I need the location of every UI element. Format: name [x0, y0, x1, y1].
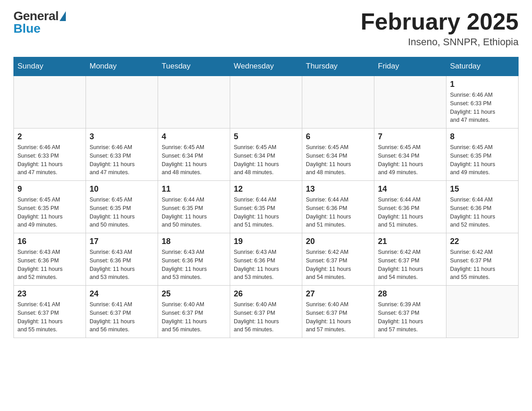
- day-number: 1: [450, 80, 515, 89]
- calendar-day-cell: 3Sunrise: 6:46 AMSunset: 6:33 PMDaylight…: [86, 128, 158, 181]
- title-area: February 2025 Inseno, SNNPR, Ethiopia: [360, 9, 519, 48]
- day-number: 13: [306, 184, 370, 194]
- weekday-header-thursday: Thursday: [302, 57, 374, 76]
- day-number: 15: [450, 184, 515, 194]
- calendar-day-cell: 27Sunrise: 6:40 AMSunset: 6:37 PMDayligh…: [302, 286, 374, 338]
- day-number: 28: [378, 289, 442, 299]
- day-info: Sunrise: 6:45 AMSunset: 6:34 PMDaylight:…: [162, 143, 226, 177]
- calendar-week-1: 1Sunrise: 6:46 AMSunset: 6:33 PMDaylight…: [14, 76, 519, 128]
- calendar-day-cell: 18Sunrise: 6:43 AMSunset: 6:36 PMDayligh…: [158, 233, 230, 286]
- day-number: 6: [306, 132, 370, 141]
- calendar-week-2: 2Sunrise: 6:46 AMSunset: 6:33 PMDaylight…: [14, 128, 519, 181]
- day-info: Sunrise: 6:44 AMSunset: 6:35 PMDaylight:…: [234, 196, 298, 229]
- day-number: 8: [450, 132, 515, 141]
- calendar-day-cell: [446, 286, 519, 338]
- weekday-header-wednesday: Wednesday: [230, 57, 302, 76]
- day-number: 23: [17, 289, 82, 299]
- day-info: Sunrise: 6:44 AMSunset: 6:36 PMDaylight:…: [450, 196, 515, 229]
- day-info: Sunrise: 6:41 AMSunset: 6:37 PMDaylight:…: [17, 300, 82, 334]
- day-info: Sunrise: 6:45 AMSunset: 6:34 PMDaylight:…: [306, 143, 370, 177]
- logo-triangle-icon: [60, 11, 66, 21]
- day-number: 27: [306, 289, 370, 299]
- calendar-day-cell: 28Sunrise: 6:39 AMSunset: 6:37 PMDayligh…: [374, 286, 446, 338]
- day-info: Sunrise: 6:45 AMSunset: 6:34 PMDaylight:…: [234, 143, 298, 177]
- calendar-day-cell: 11Sunrise: 6:44 AMSunset: 6:35 PMDayligh…: [158, 181, 230, 233]
- day-number: 17: [90, 237, 154, 246]
- day-info: Sunrise: 6:43 AMSunset: 6:36 PMDaylight:…: [90, 248, 154, 282]
- day-info: Sunrise: 6:43 AMSunset: 6:36 PMDaylight:…: [17, 248, 82, 282]
- calendar-day-cell: 20Sunrise: 6:42 AMSunset: 6:37 PMDayligh…: [302, 233, 374, 286]
- page-header: General Blue February 2025 Inseno, SNNPR…: [13, 9, 519, 48]
- weekday-header-sunday: Sunday: [14, 57, 86, 76]
- logo-blue-text: Blue: [13, 21, 41, 36]
- calendar-day-cell: 7Sunrise: 6:45 AMSunset: 6:34 PMDaylight…: [374, 128, 446, 181]
- day-info: Sunrise: 6:40 AMSunset: 6:37 PMDaylight:…: [234, 300, 298, 334]
- calendar-day-cell: 14Sunrise: 6:44 AMSunset: 6:36 PMDayligh…: [374, 181, 446, 233]
- day-number: 4: [162, 132, 226, 141]
- day-number: 25: [162, 289, 226, 299]
- day-number: 3: [90, 132, 154, 141]
- calendar-day-cell: 19Sunrise: 6:43 AMSunset: 6:36 PMDayligh…: [230, 233, 302, 286]
- day-info: Sunrise: 6:46 AMSunset: 6:33 PMDaylight:…: [450, 91, 515, 124]
- calendar-day-cell: [158, 76, 230, 128]
- day-number: 5: [234, 132, 298, 141]
- calendar-day-cell: 10Sunrise: 6:45 AMSunset: 6:35 PMDayligh…: [86, 181, 158, 233]
- day-info: Sunrise: 6:45 AMSunset: 6:35 PMDaylight:…: [17, 196, 82, 229]
- weekday-header-friday: Friday: [374, 57, 446, 76]
- calendar-day-cell: 25Sunrise: 6:40 AMSunset: 6:37 PMDayligh…: [158, 286, 230, 338]
- day-number: 26: [234, 289, 298, 299]
- weekday-header-monday: Monday: [86, 57, 158, 76]
- day-info: Sunrise: 6:45 AMSunset: 6:35 PMDaylight:…: [90, 196, 154, 229]
- day-number: 24: [90, 289, 154, 299]
- day-info: Sunrise: 6:44 AMSunset: 6:36 PMDaylight:…: [378, 196, 442, 229]
- calendar-day-cell: [86, 76, 158, 128]
- month-title: February 2025: [360, 9, 519, 34]
- calendar-day-cell: 22Sunrise: 6:42 AMSunset: 6:37 PMDayligh…: [446, 233, 519, 286]
- day-number: 7: [378, 132, 442, 141]
- day-info: Sunrise: 6:39 AMSunset: 6:37 PMDaylight:…: [378, 300, 442, 334]
- calendar-day-cell: 5Sunrise: 6:45 AMSunset: 6:34 PMDaylight…: [230, 128, 302, 181]
- calendar-day-cell: 26Sunrise: 6:40 AMSunset: 6:37 PMDayligh…: [230, 286, 302, 338]
- calendar-week-4: 16Sunrise: 6:43 AMSunset: 6:36 PMDayligh…: [14, 233, 519, 286]
- calendar-week-3: 9Sunrise: 6:45 AMSunset: 6:35 PMDaylight…: [14, 181, 519, 233]
- day-info: Sunrise: 6:44 AMSunset: 6:36 PMDaylight:…: [306, 196, 370, 229]
- calendar-day-cell: 24Sunrise: 6:41 AMSunset: 6:37 PMDayligh…: [86, 286, 158, 338]
- day-info: Sunrise: 6:43 AMSunset: 6:36 PMDaylight:…: [162, 248, 226, 282]
- day-info: Sunrise: 6:42 AMSunset: 6:37 PMDaylight:…: [450, 248, 515, 282]
- day-info: Sunrise: 6:42 AMSunset: 6:37 PMDaylight:…: [306, 248, 370, 282]
- day-info: Sunrise: 6:41 AMSunset: 6:37 PMDaylight:…: [90, 300, 154, 334]
- calendar-day-cell: 2Sunrise: 6:46 AMSunset: 6:33 PMDaylight…: [14, 128, 86, 181]
- day-info: Sunrise: 6:40 AMSunset: 6:37 PMDaylight:…: [162, 300, 226, 334]
- calendar-day-cell: 9Sunrise: 6:45 AMSunset: 6:35 PMDaylight…: [14, 181, 86, 233]
- calendar-day-cell: [374, 76, 446, 128]
- day-number: 11: [162, 184, 226, 194]
- calendar-day-cell: [230, 76, 302, 128]
- calendar-day-cell: 4Sunrise: 6:45 AMSunset: 6:34 PMDaylight…: [158, 128, 230, 181]
- calendar-day-cell: 17Sunrise: 6:43 AMSunset: 6:36 PMDayligh…: [86, 233, 158, 286]
- day-info: Sunrise: 6:45 AMSunset: 6:35 PMDaylight:…: [450, 143, 515, 177]
- calendar-day-cell: 16Sunrise: 6:43 AMSunset: 6:36 PMDayligh…: [14, 233, 86, 286]
- day-info: Sunrise: 6:44 AMSunset: 6:35 PMDaylight:…: [162, 196, 226, 229]
- day-info: Sunrise: 6:43 AMSunset: 6:36 PMDaylight:…: [234, 248, 298, 282]
- day-info: Sunrise: 6:46 AMSunset: 6:33 PMDaylight:…: [17, 143, 82, 177]
- calendar-day-cell: 23Sunrise: 6:41 AMSunset: 6:37 PMDayligh…: [14, 286, 86, 338]
- day-number: 14: [378, 184, 442, 194]
- day-number: 9: [17, 184, 82, 194]
- location-subtitle: Inseno, SNNPR, Ethiopia: [360, 36, 519, 48]
- calendar-day-cell: 15Sunrise: 6:44 AMSunset: 6:36 PMDayligh…: [446, 181, 519, 233]
- calendar-day-cell: 8Sunrise: 6:45 AMSunset: 6:35 PMDaylight…: [446, 128, 519, 181]
- calendar-day-cell: [14, 76, 86, 128]
- calendar-week-5: 23Sunrise: 6:41 AMSunset: 6:37 PMDayligh…: [14, 286, 519, 338]
- weekday-header-tuesday: Tuesday: [158, 57, 230, 76]
- calendar-day-cell: 13Sunrise: 6:44 AMSunset: 6:36 PMDayligh…: [302, 181, 374, 233]
- day-number: 10: [90, 184, 154, 194]
- weekday-header-saturday: Saturday: [446, 57, 519, 76]
- day-number: 12: [234, 184, 298, 194]
- day-number: 21: [378, 237, 442, 246]
- calendar-day-cell: 21Sunrise: 6:42 AMSunset: 6:37 PMDayligh…: [374, 233, 446, 286]
- day-info: Sunrise: 6:40 AMSunset: 6:37 PMDaylight:…: [306, 300, 370, 334]
- calendar-day-cell: 6Sunrise: 6:45 AMSunset: 6:34 PMDaylight…: [302, 128, 374, 181]
- day-number: 19: [234, 237, 298, 246]
- logo: General Blue: [13, 9, 66, 36]
- day-number: 18: [162, 237, 226, 246]
